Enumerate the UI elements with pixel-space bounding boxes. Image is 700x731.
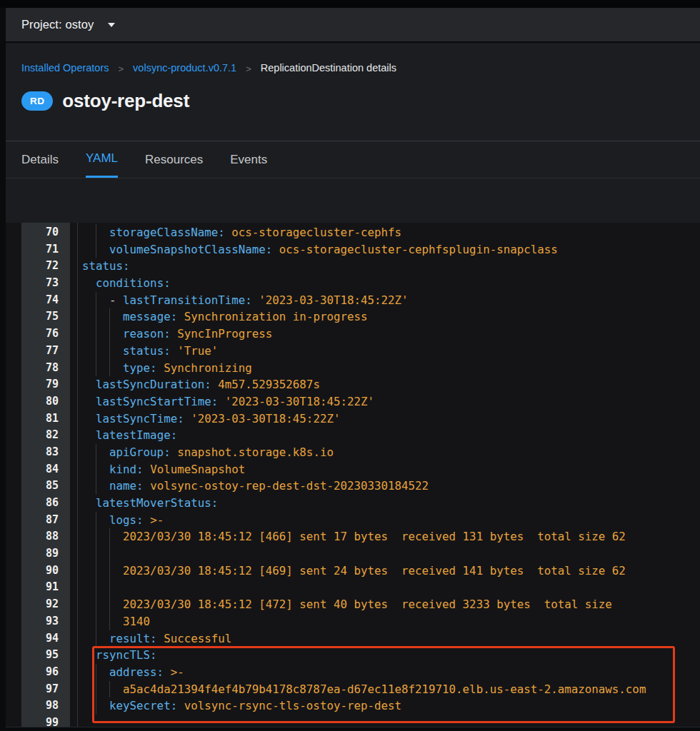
line-number: 94 [21,630,59,647]
yaml-line-text: rsyncTLS: [82,647,157,664]
yaml-line: 98 keySecret: volsync-rsync-tls-ostoy-re… [6,697,700,715]
tab-resources[interactable]: Resources [145,141,203,178]
yaml-line-text: conditions: [82,275,171,292]
line-number: 76 [21,326,59,343]
line-number: 80 [21,393,59,410]
yaml-line: 71 volumeSnapshotClassName: ocs-storagec… [6,241,700,258]
yaml-line: 82 latestImage: [6,427,700,444]
tab-details[interactable]: Details [21,141,59,178]
line-number: 89 [21,545,59,563]
yaml-line: 70 storageClassName: ocs-storagecluster-… [6,224,700,241]
tab-yaml[interactable]: YAML [86,141,118,178]
yaml-line-text: address: >- [82,664,184,681]
yaml-line-text: result: Successful [82,630,231,647]
yaml-line-text: type: Synchronizing [82,360,252,377]
breadcrumb-separator: > [119,64,124,74]
line-number: 96 [21,664,59,681]
yaml-line-text: name: volsync-ostoy-rep-dest-dst-2023033… [82,478,429,495]
yaml-line-text: status: 'True' [82,343,218,360]
yaml-line-text: lastSyncTime: '2023-03-30T18:45:22Z' [82,410,340,428]
yaml-line-text: 2023/03/30 18:45:12 [469] sent 24 bytes … [82,563,626,580]
line-number: 71 [21,241,59,258]
yaml-line-text: 2023/03/30 18:45:12 [466] sent 17 bytes … [82,528,626,545]
line-number: 95 [21,647,59,664]
yaml-line: 73 conditions: [6,275,700,292]
yaml-line-text: volumeSnapshotClassName: ocs-storageclus… [82,241,558,258]
line-number: 72 [21,258,59,275]
tab-list: DetailsYAMLResourcesEvents [6,141,700,178]
breadcrumb-item[interactable]: volsync-product.v0.7.1 [133,62,236,74]
yaml-line: 96 address: >- [6,664,700,681]
breadcrumb-item[interactable]: Installed Operators [21,62,109,74]
line-number: 70 [21,224,59,241]
yaml-line: 85 name: volsync-ostoy-rep-dest-dst-2023… [6,478,700,495]
yaml-line: 87 logs: >- [6,512,700,529]
line-number: 84 [21,461,59,478]
tab-content: 70 storageClassName: ocs-storagecluster-… [6,178,700,727]
line-number: 98 [21,697,59,715]
yaml-line-text: 3140 [82,613,150,630]
tab-events[interactable]: Events [230,141,267,178]
yaml-line: 81 lastSyncTime: '2023-03-30T18:45:22Z' [6,410,700,428]
page-title: ostoy-rep-dest [62,90,189,112]
yaml-line: 74 - lastTransitionTime: '2023-03-30T18:… [6,292,700,309]
yaml-line: 77 status: 'True' [6,343,700,360]
yaml-line-text: kind: VolumeSnapshot [82,461,245,478]
yaml-line: 94 result: Successful [6,630,700,647]
yaml-line: 93 3140 [6,613,700,630]
yaml-line: 95 rsyncTLS: [6,647,700,664]
line-number: 74 [21,292,59,309]
indent-guide [109,545,110,563]
indent-guide [96,545,96,563]
line-number: 82 [21,427,59,444]
line-number: 97 [21,681,59,698]
window-top-edge [0,0,700,8]
resource-kind-badge: RD [21,91,53,111]
yaml-line-text: storageClassName: ocs-storagecluster-cep… [82,224,401,241]
chevron-down-icon [108,23,115,27]
breadcrumb-item: ReplicationDestination details [261,62,396,74]
project-bar: Project: ostoy [6,8,700,43]
yaml-line-text: reason: SyncInProgress [82,326,272,343]
yaml-line-text: logs: >- [82,512,164,529]
yaml-editor[interactable]: 70 storageClassName: ocs-storagecluster-… [6,223,700,727]
line-number: 92 [21,596,59,613]
yaml-line-text: lastSyncDuration: 4m57.529352687s [82,376,320,393]
yaml-line-text: message: Synchronization in-progress [82,308,367,326]
page-header: Installed Operators>volsync-product.v0.7… [6,44,700,141]
yaml-line: 89 [6,545,700,563]
yaml-line: 99 [6,715,700,727]
yaml-line: 72status: [6,258,700,275]
yaml-line-text: a5ac4da21394f4ef4b79b4178c8787ea-d67ec11… [82,681,646,698]
line-number: 78 [21,360,59,377]
yaml-line-text: lastSyncStartTime: '2023-03-30T18:45:22Z… [82,393,374,410]
line-number: 93 [21,613,59,630]
line-number: 73 [21,275,59,292]
line-number: 81 [21,410,59,428]
yaml-line: 80 lastSyncStartTime: '2023-03-30T18:45:… [6,393,700,410]
tab-bar: DetailsYAMLResourcesEvents [6,141,700,178]
yaml-line: 84 kind: VolumeSnapshot [6,461,700,478]
line-number: 77 [21,343,59,360]
breadcrumb: Installed Operators>volsync-product.v0.7… [21,62,396,74]
yaml-line-text: keySecret: volsync-rsync-tls-ostoy-rep-d… [82,697,401,715]
line-number: 83 [21,444,59,461]
openshift-console-page: { "masthead": { "project_selector": { "l… [0,0,700,731]
yaml-line-text: status: [82,258,130,275]
yaml-line: 86 latestMoverStatus: [6,495,700,512]
yaml-line: 88 2023/03/30 18:45:12 [466] sent 17 byt… [6,528,700,545]
title-row: RD ostoy-rep-dest [21,90,189,112]
yaml-line: 92 2023/03/30 18:45:12 [472] sent 40 byt… [6,596,700,613]
line-number: 99 [21,715,59,727]
yaml-line: 76 reason: SyncInProgress [6,326,700,343]
indent-guide [109,579,110,596]
yaml-line-text: apiGroup: snapshot.storage.k8s.io [82,444,334,461]
project-selector-label: Project: ostoy [21,18,94,31]
yaml-line: 83 apiGroup: snapshot.storage.k8s.io [6,444,700,461]
yaml-line: 97 a5ac4da21394f4ef4b79b4178c8787ea-d67e… [6,681,700,698]
line-number: 87 [21,512,59,529]
line-number: 90 [21,563,59,580]
yaml-line: 79 lastSyncDuration: 4m57.529352687s [6,376,700,393]
project-selector[interactable]: Project: ostoy [21,18,115,31]
yaml-line: 90 2023/03/30 18:45:12 [469] sent 24 byt… [6,563,700,580]
